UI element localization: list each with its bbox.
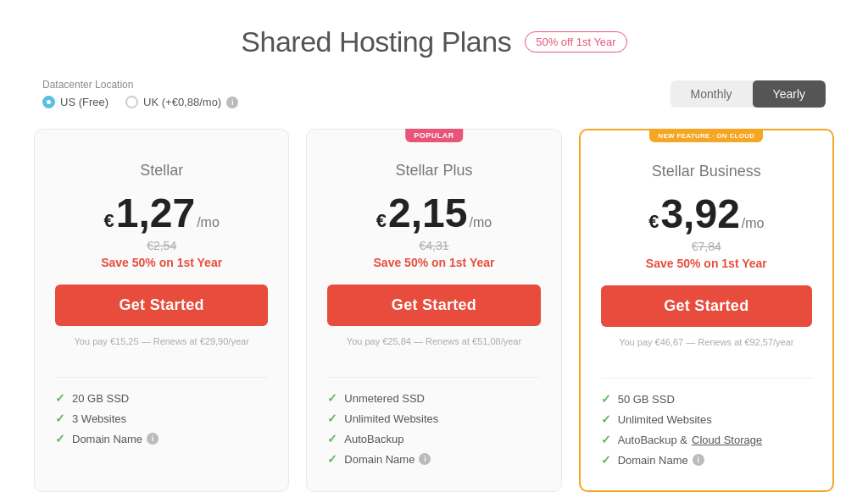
stellar-business-pay-note: You pay €46,67 — Renews at €92,57/year xyxy=(619,337,793,347)
discount-badge: 50% off 1st Year xyxy=(525,31,626,53)
datacenter-label: Datacenter Location xyxy=(42,79,238,91)
stellar-business-feature-3: ✓ AutoBackup & Cloud Storage xyxy=(601,433,812,446)
stellar-plus-save: Save 50% on 1st Year xyxy=(374,256,495,269)
plan-stellar: Stellar € 1,27 /mo €2,54 Save 50% on 1st… xyxy=(34,129,289,492)
stellar-pay-note: You pay €15,25 — Renews at €29,90/year xyxy=(75,336,249,346)
stellar-plus-amount: 2,15 xyxy=(388,193,467,234)
stellar-plus-feature-4: ✓ Domain Name i xyxy=(327,452,540,466)
check-icon-2: ✓ xyxy=(55,412,65,425)
check-icon-p2: ✓ xyxy=(327,412,337,425)
stellar-business-cta[interactable]: Get Started xyxy=(601,285,812,327)
stellar-price-main: € 1,27 /mo xyxy=(103,193,219,234)
check-icon-p1: ✓ xyxy=(327,391,337,405)
stellar-plus-name: Stellar Plus xyxy=(395,162,472,180)
stellar-business-feature-2-text: Unlimited Websites xyxy=(618,413,712,426)
check-icon-p4: ✓ xyxy=(327,452,337,466)
stellar-business-feature-1-text: 50 GB SSD xyxy=(618,393,675,406)
stellar-cta[interactable]: Get Started xyxy=(55,285,268,326)
stellar-business-currency: € xyxy=(648,211,659,233)
stellar-domain-info[interactable]: i xyxy=(147,433,159,445)
check-icon-b2: ✓ xyxy=(601,412,611,426)
stellar-plus-original: €4,31 xyxy=(419,239,448,252)
controls-row: Datacenter Location US (Free) UK (+€0,88… xyxy=(34,79,834,108)
plans-grid: Stellar € 1,27 /mo €2,54 Save 50% on 1st… xyxy=(34,129,834,492)
stellar-period: /mo xyxy=(197,215,220,230)
cloud-storage-link[interactable]: Cloud Storage xyxy=(692,434,762,446)
stellar-business-domain-info[interactable]: i xyxy=(693,454,704,466)
radio-uk[interactable]: UK (+€0,88/mo) i xyxy=(125,96,238,108)
stellar-feature-2-text: 3 Websites xyxy=(72,412,126,425)
stellar-feature-1-text: 20 GB SSD xyxy=(72,392,129,405)
check-icon-1: ✓ xyxy=(55,391,65,405)
check-icon-b3: ✓ xyxy=(601,433,611,446)
stellar-plus-feature-2-text: Unlimited Websites xyxy=(344,412,438,425)
datacenter-options: US (Free) UK (+€0,88/mo) i xyxy=(42,96,238,108)
stellar-plus-feature-3-text: AutoBackup xyxy=(344,433,403,445)
stellar-name: Stellar xyxy=(140,162,183,180)
page-wrapper: Shared Hosting Plans 50% off 1st Year Da… xyxy=(0,0,868,492)
stellar-divider xyxy=(55,377,268,378)
stellar-plus-feature-2: ✓ Unlimited Websites xyxy=(327,412,540,425)
stellar-plus-features: ✓ Unmetered SSD ✓ Unlimited Websites ✓ A… xyxy=(327,391,540,466)
stellar-business-feature-2: ✓ Unlimited Websites xyxy=(601,412,812,426)
stellar-plus-domain-info[interactable]: i xyxy=(419,453,431,465)
billing-toggle: Monthly Yearly xyxy=(670,80,826,108)
title-row: Shared Hosting Plans 50% off 1st Year xyxy=(34,25,834,58)
stellar-business-feature-1: ✓ 50 GB SSD xyxy=(601,392,812,406)
stellar-business-original: €7,84 xyxy=(692,240,721,253)
stellar-business-features: ✓ 50 GB SSD ✓ Unlimited Websites ✓ AutoB… xyxy=(601,392,812,467)
plan-stellar-business: NEW FEATURE · ON CLOUD Stellar Business … xyxy=(579,129,834,492)
stellar-amount: 1,27 xyxy=(116,193,195,234)
monthly-toggle[interactable]: Monthly xyxy=(670,80,753,108)
page-title: Shared Hosting Plans xyxy=(241,25,511,58)
stellar-feature-3: ✓ Domain Name i xyxy=(55,432,268,445)
stellar-business-amount: 3,92 xyxy=(660,194,739,235)
stellar-feature-1: ✓ 20 GB SSD xyxy=(55,391,268,405)
stellar-business-feature-4: ✓ Domain Name i xyxy=(601,453,812,467)
stellar-business-name: Stellar Business xyxy=(652,163,761,180)
stellar-original: €2,54 xyxy=(147,239,176,252)
stellar-plus-badge: POPULAR xyxy=(405,129,463,142)
radio-uk-circle xyxy=(125,96,138,108)
stellar-plus-feature-4-text: Domain Name i xyxy=(344,453,431,466)
stellar-business-divider xyxy=(601,378,812,379)
stellar-plus-feature-1-text: Unmetered SSD xyxy=(344,392,425,405)
stellar-business-feature-3-text: AutoBackup & Cloud Storage xyxy=(618,434,763,446)
radio-uk-label: UK (+€0,88/mo) xyxy=(143,96,221,108)
stellar-feature-2: ✓ 3 Websites xyxy=(55,412,268,425)
radio-us[interactable]: US (Free) xyxy=(42,96,108,108)
check-icon-p3: ✓ xyxy=(327,432,337,445)
plan-stellar-plus: POPULAR Stellar Plus € 2,15 /mo €4,31 Sa… xyxy=(306,129,561,492)
stellar-plus-pay-note: You pay €25,84 — Renews at €51,08/year xyxy=(347,336,521,346)
stellar-save: Save 50% on 1st Year xyxy=(101,256,222,269)
stellar-plus-feature-1: ✓ Unmetered SSD xyxy=(327,391,540,405)
radio-us-circle xyxy=(42,96,55,108)
stellar-feature-3-text: Domain Name i xyxy=(72,433,159,445)
stellar-business-feature-4-text: Domain Name i xyxy=(618,454,704,467)
stellar-business-price-main: € 3,92 /mo xyxy=(648,194,764,235)
check-icon-b4: ✓ xyxy=(601,453,611,467)
yearly-toggle[interactable]: Yearly xyxy=(753,80,826,108)
radio-us-label: US (Free) xyxy=(60,96,108,108)
datacenter-section: Datacenter Location US (Free) UK (+€0,88… xyxy=(42,79,238,108)
stellar-plus-feature-3: ✓ AutoBackup xyxy=(327,432,540,445)
stellar-plus-price-main: € 2,15 /mo xyxy=(376,193,492,234)
stellar-business-badge: NEW FEATURE · ON CLOUD xyxy=(649,130,763,142)
stellar-plus-period: /mo xyxy=(469,215,492,230)
check-icon-b1: ✓ xyxy=(601,392,611,406)
stellar-features: ✓ 20 GB SSD ✓ 3 Websites ✓ Domain Name i xyxy=(55,391,268,445)
stellar-plus-divider xyxy=(327,377,540,378)
stellar-currency: € xyxy=(103,210,114,232)
check-icon-3: ✓ xyxy=(55,432,65,445)
stellar-plus-currency: € xyxy=(376,210,387,232)
stellar-plus-cta[interactable]: Get Started xyxy=(327,285,540,326)
uk-info-icon[interactable]: i xyxy=(226,97,238,108)
stellar-business-save: Save 50% on 1st Year xyxy=(646,257,767,270)
stellar-business-period: /mo xyxy=(742,216,765,231)
